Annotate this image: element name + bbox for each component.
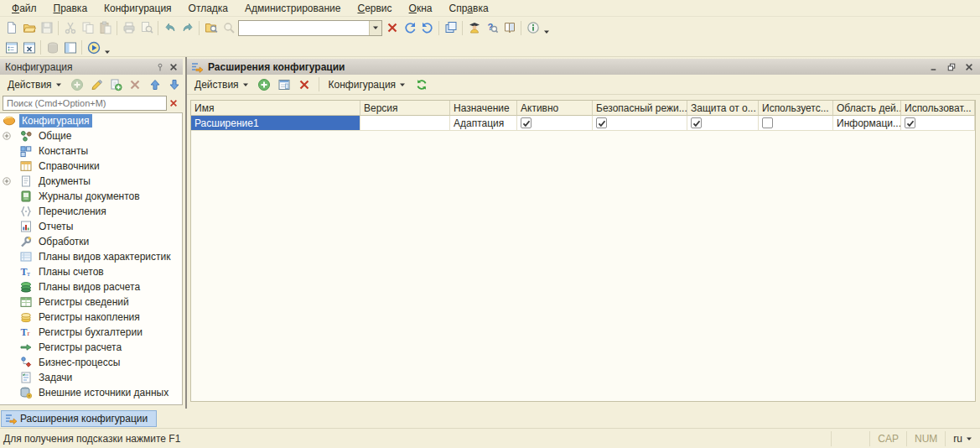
table-cell[interactable] — [687, 116, 759, 131]
column-header[interactable]: Активно — [517, 101, 593, 116]
checkbox[interactable] — [521, 117, 531, 128]
close-icon[interactable] — [961, 60, 977, 73]
table-cell[interactable] — [759, 116, 833, 131]
navigate-forward-icon[interactable] — [418, 19, 436, 37]
delete-icon[interactable] — [296, 76, 314, 93]
checkbox[interactable] — [905, 117, 915, 128]
syntax-assistant-icon[interactable] — [465, 19, 483, 37]
tree-item[interactable]: TrРегистры бухгалтерии — [0, 325, 182, 340]
table-cell[interactable] — [593, 116, 687, 131]
tree-item[interactable]: Задачи — [0, 370, 182, 385]
close-icon[interactable] — [167, 60, 180, 74]
minimize-icon[interactable] — [926, 60, 941, 73]
checkbox[interactable] — [762, 117, 773, 128]
menu-help[interactable]: Справка — [440, 1, 496, 16]
language-selector[interactable]: ru — [945, 431, 980, 446]
tree-item[interactable]: Журналы документов — [0, 189, 182, 204]
add-icon[interactable] — [256, 76, 273, 93]
extension-form-icon[interactable] — [276, 76, 293, 93]
clear-search-icon[interactable] — [383, 19, 401, 37]
column-header[interactable]: Используетс... — [759, 101, 833, 116]
column-header[interactable]: Назначение — [450, 101, 517, 116]
checkbox[interactable] — [596, 117, 607, 128]
column-header[interactable]: Имя — [191, 101, 360, 116]
global-search-icon[interactable] — [202, 19, 220, 37]
move-up-icon[interactable] — [147, 76, 163, 93]
column-header[interactable]: Версия — [360, 101, 450, 116]
menu-administration[interactable]: Администрирование — [236, 1, 349, 16]
combobox-dropdown-icon[interactable] — [369, 21, 381, 35]
tree-item[interactable]: Константы — [0, 143, 182, 159]
tree-item[interactable]: Планы видов расчета — [0, 279, 182, 294]
expander-icon[interactable] — [3, 177, 11, 185]
menu-file[interactable]: Файл — [3, 1, 45, 16]
configuration-menu-button[interactable]: Конфигурация — [324, 76, 411, 93]
tree-item[interactable]: TтПланы счетов — [0, 264, 182, 279]
tab-extensions[interactable]: Расширения конфигурации — [1, 410, 157, 427]
tree-item[interactable]: Регистры сведений — [0, 294, 182, 310]
move-down-icon[interactable] — [166, 76, 183, 93]
tree-item[interactable]: Справочники — [0, 159, 182, 174]
search-icon[interactable] — [220, 19, 237, 37]
help-search-icon[interactable]: ? — [483, 19, 500, 37]
tree-item[interactable]: Внешние источники данных — [0, 385, 182, 400]
configuration-window-icon[interactable] — [61, 39, 79, 56]
tree-item[interactable]: Регистры накопления — [0, 310, 182, 325]
tree-item[interactable]: Перечисления — [0, 204, 182, 219]
table-cell[interactable]: Расширение1 — [191, 116, 360, 131]
add-icon[interactable] — [69, 76, 86, 93]
windows-icon[interactable] — [442, 19, 459, 37]
expander-icon[interactable] — [3, 132, 11, 140]
open-configuration-icon[interactable] — [3, 39, 20, 56]
table-cell[interactable]: Информаци... — [833, 116, 901, 131]
table-cell[interactable]: Адаптация — [450, 116, 517, 131]
pin-icon[interactable] — [153, 60, 167, 74]
table-cell[interactable] — [360, 116, 450, 131]
redo-icon[interactable] — [179, 19, 196, 37]
column-header[interactable]: Безопасный режи... — [593, 101, 687, 116]
tree-item[interactable]: Регистры расчета — [0, 340, 182, 355]
toolbar-overflow-icon[interactable] — [542, 20, 552, 35]
tree-item[interactable]: Планы видов характеристик — [0, 249, 182, 264]
menu-windows[interactable]: Окна — [401, 1, 441, 16]
restore-icon[interactable] — [943, 60, 959, 73]
refresh-icon[interactable] — [412, 76, 430, 93]
checkbox[interactable] — [691, 117, 702, 128]
copy-add-icon[interactable] — [107, 76, 124, 93]
new-document-icon[interactable] — [3, 19, 20, 37]
tree-item[interactable]: Бизнес-процессы — [0, 355, 182, 370]
print-preview-icon[interactable] — [137, 19, 155, 37]
open-icon[interactable] — [20, 19, 38, 37]
tree-item[interactable]: Обработки — [0, 234, 182, 249]
actions-menu-button[interactable]: Действия — [190, 76, 253, 93]
update-db-configuration-icon[interactable] — [44, 39, 61, 56]
delete-icon[interactable] — [127, 76, 143, 93]
actions-menu-button[interactable]: Действия — [3, 76, 66, 93]
table-cell[interactable] — [517, 116, 593, 131]
cut-icon[interactable] — [61, 19, 79, 37]
tree-search-input[interactable] — [3, 96, 167, 111]
tree-item[interactable]: Отчеты — [0, 219, 182, 234]
save-icon[interactable] — [38, 19, 55, 37]
column-header[interactable]: Защита от о... — [687, 101, 759, 116]
tree-item[interactable]: Общие — [0, 128, 182, 143]
print-icon[interactable] — [120, 19, 137, 37]
close-configuration-icon[interactable] — [20, 39, 38, 56]
menu-service[interactable]: Сервис — [349, 1, 400, 16]
table-cell[interactable] — [901, 116, 975, 131]
start-debugging-icon[interactable] — [85, 39, 102, 56]
paste-icon[interactable] — [96, 19, 114, 37]
clear-search-icon[interactable] — [167, 96, 180, 110]
navigate-back-icon[interactable] — [401, 19, 418, 37]
table-row[interactable]: Расширение1АдаптацияИнформаци... — [191, 116, 975, 131]
copy-icon[interactable] — [79, 19, 96, 37]
search-input[interactable] — [239, 22, 369, 34]
tree-item[interactable]: Конфигурация — [0, 113, 182, 128]
menu-debug[interactable]: Отладка — [180, 1, 236, 16]
tree-item[interactable]: Документы — [0, 174, 182, 189]
column-header[interactable]: Использоват... — [901, 101, 975, 116]
undo-icon[interactable] — [161, 19, 179, 37]
menu-configuration[interactable]: Конфигурация — [96, 1, 180, 16]
column-header[interactable]: Область дей... — [833, 101, 901, 116]
edit-icon[interactable] — [88, 76, 105, 93]
